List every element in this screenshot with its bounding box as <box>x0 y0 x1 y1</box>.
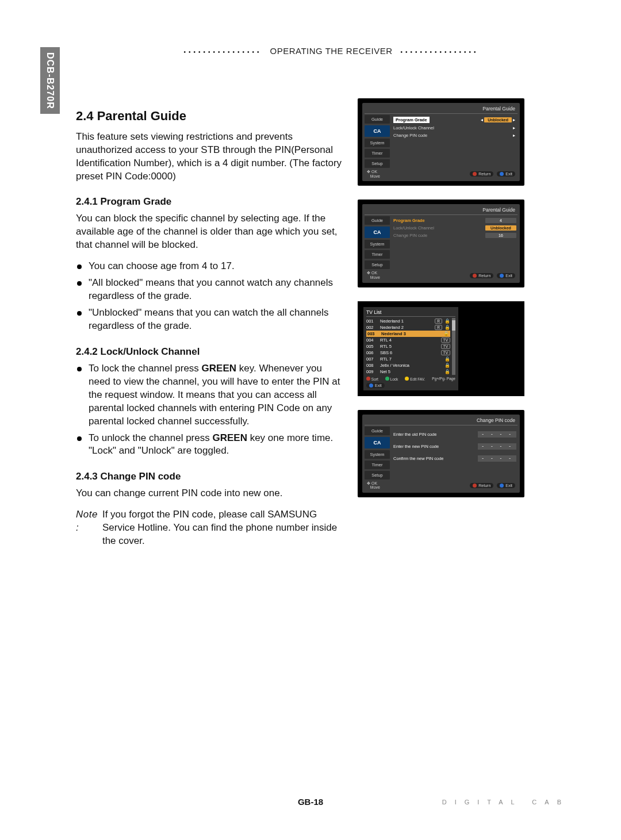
screenshot-program-grade: Parental Guide Guide CA System Timer Set… <box>358 200 524 287</box>
tvlist-row: 006SBS 6TV <box>366 350 450 356</box>
s4-tab-timer: Timer <box>365 461 390 469</box>
s4-tab-guide: Guide <box>365 427 390 435</box>
s3-lock: Lock <box>385 377 398 381</box>
section-2-4-1-para: You can block the specific channel by se… <box>76 212 346 252</box>
model-side-tab: DCB-B270R <box>40 47 60 114</box>
page-content: OPERATING THE RECEIVER 2.4 Parental Guid… <box>76 46 586 548</box>
screenshot-parental-guide-menu: Parental Guide Guide CA System Timer Set… <box>358 98 524 186</box>
s1-row-program-grade: Program Grade ◂Unblocked▸ <box>392 116 518 124</box>
chapter-header: OPERATING THE RECEIVER <box>76 46 586 56</box>
s3-sort: Sort <box>366 377 378 381</box>
s4-tab-ca: CA <box>365 437 390 448</box>
s4-new-pin: Enter the new PIN code- - - - <box>392 442 518 451</box>
section-2-4-intro: This feature sets viewing restrictions a… <box>76 131 346 183</box>
s4-tab-setup: Setup <box>365 471 390 480</box>
s2-exit: Exit <box>497 273 515 278</box>
tvlist-row: 001Nederland 1R🔒 <box>366 318 450 324</box>
s2-row-program-grade: Program Grade 4 <box>392 217 518 224</box>
s2-title: Parental Guide <box>365 206 518 215</box>
dots-left <box>183 46 262 56</box>
s4-title: Change PIN code <box>365 417 518 425</box>
s1-row-lock-unlock: Lock/Unlock Channel ▸ <box>392 125 518 131</box>
s4-exit: Exit <box>497 483 515 488</box>
tvlist-row: 003Nederland 3🔒 <box>366 331 450 337</box>
s2-tab-system: System <box>365 240 390 248</box>
section-2-4-1-title: 2.4.1 Program Grade <box>76 195 346 209</box>
lock-icon: 🔒 <box>444 325 450 330</box>
s3-exit: Exit <box>366 383 385 388</box>
s1-title: Parental Guide <box>365 105 518 114</box>
s2-return: Return <box>470 273 493 278</box>
section-2-4-3-title: 2.4.3 Change PIN code <box>76 470 346 484</box>
s2-bullet-2: To unlock the channel press GREEN key on… <box>76 432 346 458</box>
lock-icon: 🔒 <box>444 363 450 368</box>
s3-rows: 001Nederland 1R🔒002Nederland 2R🔒003Neder… <box>366 318 450 375</box>
screenshot-tv-list: TV List 001Nederland 1R🔒002Nederland 2R🔒… <box>358 301 524 396</box>
s1-tab-setup: Setup <box>365 159 390 168</box>
text-column: 2.4 Parental Guide This feature sets vie… <box>76 96 346 548</box>
s1-tab-ca: CA <box>365 125 390 137</box>
lock-icon: 🔒 <box>444 356 450 362</box>
s4-ok-move: ✥ OK Move <box>367 481 380 490</box>
section-2-4-2-title: 2.4.2 Lock/Unlock Channel <box>76 346 346 359</box>
s2-tab-guide: Guide <box>365 216 390 225</box>
manual-page: DCB-B270R OPERATING THE RECEIVER 2.4 Par… <box>0 0 621 840</box>
s1-bullet-2: "All blocked" means that you cannot watc… <box>76 277 346 303</box>
s1-tab-guide: Guide <box>365 115 390 124</box>
screenshot-column: Parental Guide Guide CA System Timer Set… <box>358 96 524 548</box>
s2-bullet-1: To lock the channel press GREEN key. Whe… <box>76 362 346 428</box>
lock-icon: 🔒 <box>443 331 449 336</box>
page-number: GB-18 <box>298 797 323 807</box>
s1-tab-system: System <box>365 139 390 147</box>
s3-scrollbar <box>452 318 455 375</box>
s1-bullet-1: You can choose age from 4 to 17. <box>76 260 346 273</box>
s4-tab-system: System <box>365 450 390 459</box>
tvlist-row: 002Nederland 2R🔒 <box>366 324 450 331</box>
lock-icon: 🔒 <box>444 319 450 324</box>
lock-icon: 🔒 <box>444 369 450 374</box>
footer-brand: DIGITAL CAB <box>442 799 569 806</box>
s3-edit: Edit FAV. <box>405 377 425 381</box>
screenshot-change-pin: Change PIN code Guide CA System Timer Se… <box>358 410 524 497</box>
s2-tab-timer: Timer <box>365 250 390 259</box>
tvlist-row: 005RTL 5TV <box>366 343 450 350</box>
s1-return: Return <box>470 171 493 177</box>
s2-row-lock-unlock: Lock/Unlock Channel Unblocked <box>392 225 518 231</box>
page-footer: GB-18 DIGITAL CAB <box>0 797 621 807</box>
s2-tab-ca: CA <box>365 227 390 238</box>
s1-row-change-pin: Change PIN code ▸ <box>392 132 518 139</box>
section-2-4-3-para: You can change current PIN code into new… <box>76 487 346 500</box>
s4-return: Return <box>470 483 493 488</box>
s4-old-pin: Enter the old PIN code- - - - <box>392 430 518 439</box>
tvlist-row: 004RTL 4TV <box>366 337 450 343</box>
s1-ok-move: ✥ OK Move <box>367 170 380 178</box>
s2-tab-setup: Setup <box>365 260 390 269</box>
tvlist-row: 009Net 5🔒 <box>366 369 450 375</box>
note-row: Note : If you forgot the PIN code, pleas… <box>76 508 346 548</box>
chapter-title: OPERATING THE RECEIVER <box>270 46 393 56</box>
s1-bullet-3: "Unblocked" means that you can watch the… <box>76 306 346 333</box>
s1-exit: Exit <box>497 171 515 177</box>
s2-ok-move: ✥ OK Move <box>367 271 380 279</box>
note-label: Note : <box>76 508 98 548</box>
s1-tab-timer: Timer <box>365 149 390 158</box>
s3-title: TV List <box>366 309 455 317</box>
dots-right <box>400 46 478 56</box>
tvlist-row: 007RTL 7🔒 <box>366 356 450 362</box>
s4-confirm-pin: Confirm the new PIN code- - - - <box>392 454 518 463</box>
note-text: If you forgot the PIN code, please call … <box>102 508 346 548</box>
section-2-4-title: 2.4 Parental Guide <box>76 108 346 125</box>
s2-row-change-pin: Change PIN code 16 <box>392 232 518 239</box>
s3-page: Pg+/Pg- Page <box>432 377 455 381</box>
tvlist-row: 008Jetix / Veronica🔒 <box>366 362 450 369</box>
